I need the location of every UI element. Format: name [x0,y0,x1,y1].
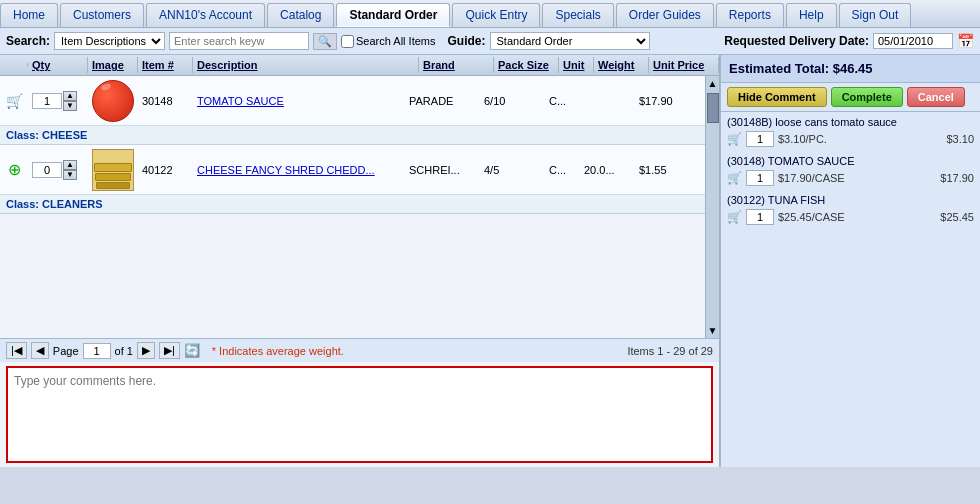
cart-cell-1: 🛒 [0,91,28,111]
estimated-total: Estimated Total: $46.45 [721,55,980,83]
product-link-1[interactable]: TOMATO SAUCE [197,95,284,107]
order-cart-icon-1: 🛒 [727,132,742,146]
delivery-label: Requested Delivery Date: [724,34,869,48]
cancel-button[interactable]: Cancel [907,87,965,107]
qty-input-2[interactable] [32,162,62,178]
tab-order-guides[interactable]: Order Guides [616,3,714,27]
brand-cell-1: PARADE [405,93,480,109]
total-pages: of 1 [115,345,133,357]
col-header-qty[interactable]: Qty [28,57,88,73]
qty-up-2[interactable]: ▲ [63,160,77,170]
hide-comment-button[interactable]: Hide Comment [727,87,827,107]
qty-spinner-1: ▲ ▼ [63,91,77,111]
col-header-pack-size[interactable]: Pack Size [494,57,559,73]
complete-button[interactable]: Complete [831,87,903,107]
order-section-3: (30122) TUNA FISH 🛒 $25.45/CASE $25.45 [727,194,974,225]
delivery-date-input[interactable] [873,33,953,49]
order-total-1: $3.10 [946,133,974,145]
page-last-btn[interactable]: ▶| [159,342,180,359]
search-all-checkbox[interactable] [341,35,354,48]
cart-icon-1[interactable]: 🛒 [6,93,23,109]
col-header-item[interactable]: Item # [138,57,193,73]
page-prev-btn[interactable]: ◀ [31,342,49,359]
add-icon-2[interactable]: ⊕ [8,160,21,179]
comment-area [6,366,713,463]
page-next-btn[interactable]: ▶ [137,342,155,359]
order-item-row-1: 🛒 $3.10/PC. $3.10 [727,131,974,147]
tab-home[interactable]: Home [0,3,58,27]
img-cell-2 [88,147,138,193]
tab-specials[interactable]: Specials [542,3,613,27]
nav-bar: Home Customers ANN10's Account Catalog S… [0,0,980,28]
product-image-2 [92,149,134,191]
tab-customers[interactable]: Customers [60,3,144,27]
col-header-action [0,63,28,67]
order-qty-3[interactable] [746,209,774,225]
table-body-wrapper: 🛒 ▲ ▼ 30148 TOMATO SAUCE [0,76,719,338]
order-total-3: $25.45 [940,211,974,223]
order-qty-2[interactable] [746,170,774,186]
guide-select[interactable]: Standard Order [490,32,650,50]
desc-cell-1: TOMATO SAUCE [193,93,405,109]
qty-cell-2: ▲ ▼ [28,158,88,182]
table-scrollbar[interactable]: ▲ ▼ [705,76,719,338]
refresh-btn[interactable]: 🔄 [184,343,200,358]
tab-account[interactable]: ANN10's Account [146,3,265,27]
col-header-unit-price[interactable]: Unit Price [649,57,719,73]
search-label: Search: [6,34,50,48]
qty-down-1[interactable]: ▼ [63,101,77,111]
item-num-cell-2: 40122 [138,162,193,178]
brand-cell-2: SCHREI... [405,162,480,178]
col-header-image: Image [88,57,138,73]
qty-cell-1: ▲ ▼ [28,89,88,113]
search-type-select[interactable]: Item Descriptions [54,32,165,50]
search-input[interactable] [169,32,309,50]
order-section-title-1: (30148B) loose cans tomato sauce [727,116,974,128]
col-header-unit[interactable]: Unit [559,57,594,73]
search-button[interactable]: 🔍 [313,33,337,50]
search-bar: Search: Item Descriptions 🔍 Search All I… [0,28,980,55]
desc-cell-2: CHEESE FANCY SHRED CHEDD... [193,162,405,178]
table-scroll-area[interactable]: 🛒 ▲ ▼ 30148 TOMATO SAUCE [0,76,705,338]
table-area: Qty Image Item # Description Brand Pack … [0,55,720,467]
order-unit-price-1: $3.10/PC. [778,133,827,145]
tab-catalog[interactable]: Catalog [267,3,334,27]
qty-down-2[interactable]: ▼ [63,170,77,180]
guide-label: Guide: [448,34,486,48]
tab-standard-order[interactable]: Standard Order [336,3,450,27]
qty-input-1[interactable] [32,93,62,109]
items-count: Items 1 - 29 of 29 [627,345,713,357]
page-label: Page [53,345,79,357]
scroll-thumb[interactable] [707,93,719,123]
unit-cell-2: C... [545,162,580,178]
order-section-title-3: (30122) TUNA FISH [727,194,974,206]
img-cell-1 [88,78,138,124]
order-unit-price-2: $17.90/CASE [778,172,845,184]
comment-textarea[interactable] [8,368,711,458]
product-image-1 [92,80,134,122]
col-header-weight[interactable]: Weight [594,57,649,73]
qty-up-1[interactable]: ▲ [63,91,77,101]
tab-sign-out[interactable]: Sign Out [839,3,912,27]
page-first-btn[interactable]: |◀ [6,342,27,359]
order-qty-1[interactable] [746,131,774,147]
search-all-label: Search All Items [341,35,435,48]
tab-help[interactable]: Help [786,3,837,27]
tab-quick-entry[interactable]: Quick Entry [452,3,540,27]
calendar-icon[interactable]: 📅 [957,33,974,49]
order-section-2: (30148) TOMATO SAUCE 🛒 $17.90/CASE $17.9… [727,155,974,186]
page-number-input[interactable] [83,343,111,359]
scroll-down-btn[interactable]: ▼ [706,323,719,338]
item-num-cell-1: 30148 [138,93,193,109]
col-header-brand[interactable]: Brand [419,57,494,73]
product-link-2[interactable]: CHEESE FANCY SHRED CHEDD... [197,164,375,176]
tab-reports[interactable]: Reports [716,3,784,27]
main-layout: Qty Image Item # Description Brand Pack … [0,55,980,467]
scroll-up-btn[interactable]: ▲ [706,76,719,91]
col-header-description[interactable]: Description [193,57,419,73]
price-cell-2: $1.55 [635,162,705,178]
order-item-row-3: 🛒 $25.45/CASE $25.45 [727,209,974,225]
right-panel: Estimated Total: $46.45 Hide Comment Com… [720,55,980,467]
table-header: Qty Image Item # Description Brand Pack … [0,55,719,76]
order-section-title-2: (30148) TOMATO SAUCE [727,155,974,167]
